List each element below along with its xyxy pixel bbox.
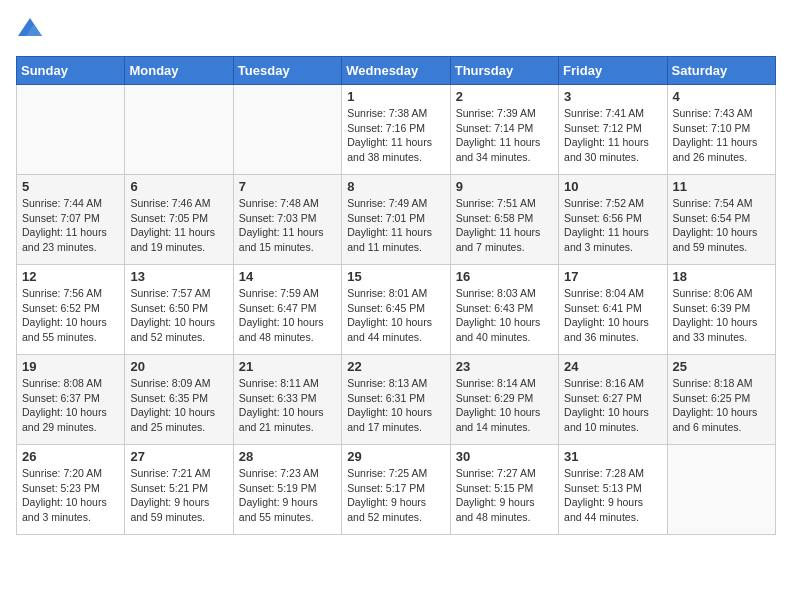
day-info: Sunrise: 7:57 AM Sunset: 6:50 PM Dayligh…	[130, 286, 227, 345]
day-number: 3	[564, 89, 661, 104]
day-info: Sunrise: 7:54 AM Sunset: 6:54 PM Dayligh…	[673, 196, 770, 255]
day-number: 24	[564, 359, 661, 374]
calendar-day-15: 15Sunrise: 8:01 AM Sunset: 6:45 PM Dayli…	[342, 265, 450, 355]
calendar-day-1: 1Sunrise: 7:38 AM Sunset: 7:16 PM Daylig…	[342, 85, 450, 175]
day-number: 16	[456, 269, 553, 284]
day-info: Sunrise: 7:52 AM Sunset: 6:56 PM Dayligh…	[564, 196, 661, 255]
day-info: Sunrise: 7:51 AM Sunset: 6:58 PM Dayligh…	[456, 196, 553, 255]
day-number: 8	[347, 179, 444, 194]
calendar-day-17: 17Sunrise: 8:04 AM Sunset: 6:41 PM Dayli…	[559, 265, 667, 355]
day-info: Sunrise: 8:04 AM Sunset: 6:41 PM Dayligh…	[564, 286, 661, 345]
day-info: Sunrise: 7:46 AM Sunset: 7:05 PM Dayligh…	[130, 196, 227, 255]
calendar-day-29: 29Sunrise: 7:25 AM Sunset: 5:17 PM Dayli…	[342, 445, 450, 535]
day-number: 10	[564, 179, 661, 194]
day-number: 17	[564, 269, 661, 284]
day-info: Sunrise: 7:28 AM Sunset: 5:13 PM Dayligh…	[564, 466, 661, 525]
day-info: Sunrise: 7:59 AM Sunset: 6:47 PM Dayligh…	[239, 286, 336, 345]
calendar-day-21: 21Sunrise: 8:11 AM Sunset: 6:33 PM Dayli…	[233, 355, 341, 445]
day-info: Sunrise: 8:01 AM Sunset: 6:45 PM Dayligh…	[347, 286, 444, 345]
calendar-table: SundayMondayTuesdayWednesdayThursdayFrid…	[16, 56, 776, 535]
day-info: Sunrise: 7:38 AM Sunset: 7:16 PM Dayligh…	[347, 106, 444, 165]
calendar-day-25: 25Sunrise: 8:18 AM Sunset: 6:25 PM Dayli…	[667, 355, 775, 445]
day-info: Sunrise: 8:14 AM Sunset: 6:29 PM Dayligh…	[456, 376, 553, 435]
day-info: Sunrise: 7:56 AM Sunset: 6:52 PM Dayligh…	[22, 286, 119, 345]
empty-cell	[667, 445, 775, 535]
empty-cell	[125, 85, 233, 175]
calendar-week-row: 12Sunrise: 7:56 AM Sunset: 6:52 PM Dayli…	[17, 265, 776, 355]
calendar-day-6: 6Sunrise: 7:46 AM Sunset: 7:05 PM Daylig…	[125, 175, 233, 265]
day-info: Sunrise: 8:09 AM Sunset: 6:35 PM Dayligh…	[130, 376, 227, 435]
day-info: Sunrise: 7:21 AM Sunset: 5:21 PM Dayligh…	[130, 466, 227, 525]
calendar-day-24: 24Sunrise: 8:16 AM Sunset: 6:27 PM Dayli…	[559, 355, 667, 445]
calendar-day-18: 18Sunrise: 8:06 AM Sunset: 6:39 PM Dayli…	[667, 265, 775, 355]
calendar-day-4: 4Sunrise: 7:43 AM Sunset: 7:10 PM Daylig…	[667, 85, 775, 175]
day-info: Sunrise: 7:23 AM Sunset: 5:19 PM Dayligh…	[239, 466, 336, 525]
day-info: Sunrise: 7:48 AM Sunset: 7:03 PM Dayligh…	[239, 196, 336, 255]
day-info: Sunrise: 8:06 AM Sunset: 6:39 PM Dayligh…	[673, 286, 770, 345]
day-info: Sunrise: 8:16 AM Sunset: 6:27 PM Dayligh…	[564, 376, 661, 435]
day-number: 26	[22, 449, 119, 464]
empty-cell	[17, 85, 125, 175]
day-number: 21	[239, 359, 336, 374]
day-number: 12	[22, 269, 119, 284]
empty-cell	[233, 85, 341, 175]
day-info: Sunrise: 8:03 AM Sunset: 6:43 PM Dayligh…	[456, 286, 553, 345]
day-info: Sunrise: 7:44 AM Sunset: 7:07 PM Dayligh…	[22, 196, 119, 255]
calendar-day-31: 31Sunrise: 7:28 AM Sunset: 5:13 PM Dayli…	[559, 445, 667, 535]
calendar-day-30: 30Sunrise: 7:27 AM Sunset: 5:15 PM Dayli…	[450, 445, 558, 535]
day-info: Sunrise: 8:08 AM Sunset: 6:37 PM Dayligh…	[22, 376, 119, 435]
day-info: Sunrise: 7:20 AM Sunset: 5:23 PM Dayligh…	[22, 466, 119, 525]
weekday-header-tuesday: Tuesday	[233, 57, 341, 85]
calendar-day-10: 10Sunrise: 7:52 AM Sunset: 6:56 PM Dayli…	[559, 175, 667, 265]
calendar-day-23: 23Sunrise: 8:14 AM Sunset: 6:29 PM Dayli…	[450, 355, 558, 445]
day-number: 15	[347, 269, 444, 284]
day-number: 2	[456, 89, 553, 104]
day-number: 23	[456, 359, 553, 374]
calendar-day-26: 26Sunrise: 7:20 AM Sunset: 5:23 PM Dayli…	[17, 445, 125, 535]
day-number: 4	[673, 89, 770, 104]
logo	[16, 16, 48, 44]
calendar-week-row: 26Sunrise: 7:20 AM Sunset: 5:23 PM Dayli…	[17, 445, 776, 535]
weekday-header-row: SundayMondayTuesdayWednesdayThursdayFrid…	[17, 57, 776, 85]
day-info: Sunrise: 7:27 AM Sunset: 5:15 PM Dayligh…	[456, 466, 553, 525]
day-info: Sunrise: 8:11 AM Sunset: 6:33 PM Dayligh…	[239, 376, 336, 435]
day-number: 27	[130, 449, 227, 464]
calendar-day-12: 12Sunrise: 7:56 AM Sunset: 6:52 PM Dayli…	[17, 265, 125, 355]
day-number: 31	[564, 449, 661, 464]
calendar-day-7: 7Sunrise: 7:48 AM Sunset: 7:03 PM Daylig…	[233, 175, 341, 265]
calendar-day-11: 11Sunrise: 7:54 AM Sunset: 6:54 PM Dayli…	[667, 175, 775, 265]
weekday-header-friday: Friday	[559, 57, 667, 85]
calendar-day-14: 14Sunrise: 7:59 AM Sunset: 6:47 PM Dayli…	[233, 265, 341, 355]
day-number: 25	[673, 359, 770, 374]
calendar-day-16: 16Sunrise: 8:03 AM Sunset: 6:43 PM Dayli…	[450, 265, 558, 355]
calendar-day-2: 2Sunrise: 7:39 AM Sunset: 7:14 PM Daylig…	[450, 85, 558, 175]
calendar-day-5: 5Sunrise: 7:44 AM Sunset: 7:07 PM Daylig…	[17, 175, 125, 265]
day-number: 14	[239, 269, 336, 284]
day-info: Sunrise: 8:18 AM Sunset: 6:25 PM Dayligh…	[673, 376, 770, 435]
calendar-week-row: 1Sunrise: 7:38 AM Sunset: 7:16 PM Daylig…	[17, 85, 776, 175]
page-header	[16, 16, 776, 44]
calendar-day-22: 22Sunrise: 8:13 AM Sunset: 6:31 PM Dayli…	[342, 355, 450, 445]
day-info: Sunrise: 8:13 AM Sunset: 6:31 PM Dayligh…	[347, 376, 444, 435]
calendar-day-28: 28Sunrise: 7:23 AM Sunset: 5:19 PM Dayli…	[233, 445, 341, 535]
day-number: 1	[347, 89, 444, 104]
day-info: Sunrise: 7:41 AM Sunset: 7:12 PM Dayligh…	[564, 106, 661, 165]
day-info: Sunrise: 7:43 AM Sunset: 7:10 PM Dayligh…	[673, 106, 770, 165]
day-info: Sunrise: 7:49 AM Sunset: 7:01 PM Dayligh…	[347, 196, 444, 255]
weekday-header-sunday: Sunday	[17, 57, 125, 85]
calendar-day-8: 8Sunrise: 7:49 AM Sunset: 7:01 PM Daylig…	[342, 175, 450, 265]
day-number: 22	[347, 359, 444, 374]
logo-icon	[16, 16, 44, 44]
day-info: Sunrise: 7:39 AM Sunset: 7:14 PM Dayligh…	[456, 106, 553, 165]
day-number: 30	[456, 449, 553, 464]
day-number: 29	[347, 449, 444, 464]
weekday-header-monday: Monday	[125, 57, 233, 85]
day-number: 5	[22, 179, 119, 194]
weekday-header-thursday: Thursday	[450, 57, 558, 85]
day-number: 19	[22, 359, 119, 374]
day-number: 18	[673, 269, 770, 284]
calendar-week-row: 19Sunrise: 8:08 AM Sunset: 6:37 PM Dayli…	[17, 355, 776, 445]
day-number: 7	[239, 179, 336, 194]
weekday-header-wednesday: Wednesday	[342, 57, 450, 85]
day-number: 20	[130, 359, 227, 374]
